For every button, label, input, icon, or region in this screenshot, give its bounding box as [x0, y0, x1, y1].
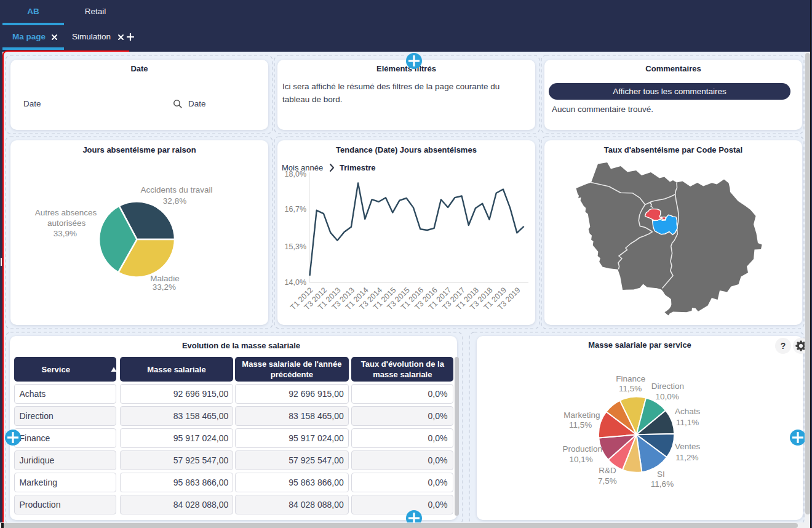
svg-text:R&D: R&D — [599, 466, 616, 475]
svg-text:Marketing: Marketing — [563, 410, 600, 420]
svg-text:10,1%: 10,1% — [569, 455, 592, 464]
svg-text:7,5%: 7,5% — [598, 476, 617, 486]
svg-text:Maladie: Maladie — [150, 274, 179, 283]
svg-text:11,1%: 11,1% — [676, 418, 699, 427]
svg-text:11,6%: 11,6% — [651, 479, 674, 489]
svg-text:11,2%: 11,2% — [675, 453, 698, 462]
svg-text:18,0%: 18,0% — [285, 170, 306, 178]
svg-text:15,3%: 15,3% — [285, 242, 306, 251]
svg-text:33,2%: 33,2% — [153, 282, 176, 292]
svg-text:Achats: Achats — [675, 407, 701, 416]
svg-text:Accidents du travail: Accidents du travail — [140, 185, 212, 194]
svg-text:SI: SI — [657, 470, 665, 479]
svg-text:Trimestre: Trimestre — [340, 163, 376, 172]
svg-text:11,5%: 11,5% — [619, 384, 642, 393]
svg-text:32,8%: 32,8% — [163, 196, 186, 206]
svg-text:11,5%: 11,5% — [569, 420, 592, 430]
svg-text:14,0%: 14,0% — [285, 278, 306, 287]
svg-text:Finance: Finance — [616, 374, 645, 383]
svg-text:Production: Production — [562, 444, 602, 454]
svg-text:Direction: Direction — [651, 382, 684, 391]
svg-text:16,7%: 16,7% — [285, 205, 306, 214]
svg-text:10,0%: 10,0% — [655, 392, 679, 401]
svg-text:Ventes: Ventes — [675, 442, 701, 451]
